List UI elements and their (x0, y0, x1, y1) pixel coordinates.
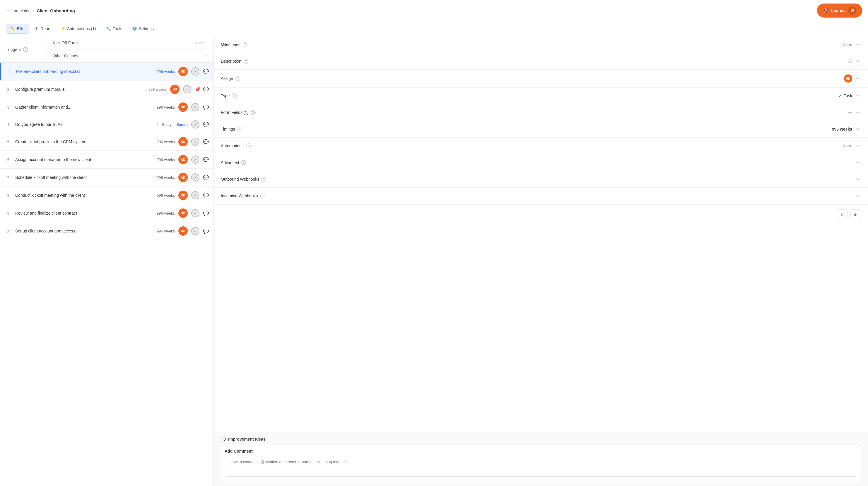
assign-help-icon[interactable]: ? (236, 76, 240, 81)
property-form-fields: Form Fields (1) ? ☰ ✏ (214, 104, 868, 121)
tab-tools[interactable]: 🔧 Tools (102, 24, 127, 34)
comment-icon[interactable]: 💬 (203, 87, 209, 92)
task-check[interactable]: ✓ (191, 191, 199, 199)
task-timing: 996 weeks (157, 140, 175, 144)
incoming-edit-button[interactable]: ✏ (855, 192, 861, 199)
chat-icon: 💬 (221, 437, 226, 442)
tab-read[interactable]: 👁 Read (30, 24, 55, 34)
description-edit-button[interactable]: ✏ (855, 58, 861, 65)
task-check[interactable]: ✓ (191, 138, 199, 146)
form-fields-edit-button[interactable]: ✏ (855, 109, 861, 116)
automations-edit-button[interactable]: ✏ (855, 142, 861, 149)
tab-automations[interactable]: ⚡ Automations (1) (56, 24, 100, 34)
task-row[interactable]: 10 Set up client account and access... 9… (0, 222, 214, 240)
task-name: Assign account manager to the new client (15, 157, 153, 162)
type-edit-button[interactable]: ✏ (855, 92, 861, 99)
breadcrumb: ☆ Templates › Client Onboarding (6, 8, 75, 13)
task-timing: 996 weeks (157, 193, 175, 198)
advanced-edit-button[interactable]: ✏ (855, 159, 861, 166)
task-check[interactable]: ✓ (191, 120, 199, 129)
task-row[interactable]: 3 Gather client information and... 996 w… (0, 98, 214, 116)
task-row[interactable]: 4 Do you agree to our SLA? ⤴ 5 days Gues… (0, 116, 214, 133)
task-row[interactable]: 8 Conduct kickoff meeting with the clien… (0, 187, 214, 204)
task-timing: 996 weeks (157, 158, 175, 162)
task-row[interactable]: 6 Assign account manager to the new clie… (0, 151, 214, 169)
launch-button[interactable]: 🚀 Launch ⏱ (817, 3, 862, 18)
trigger-kickoff[interactable]: Kick Off Form None › (47, 36, 214, 50)
guest-label: Guest (177, 122, 188, 127)
tab-settings[interactable]: ⚙️ Settings (128, 24, 158, 34)
avatar: SD (178, 67, 188, 76)
comment-icon[interactable]: 💬 (203, 122, 209, 127)
avatar: SD (178, 191, 188, 200)
comment-icon[interactable]: 💬 (203, 104, 209, 110)
automations-help-icon[interactable]: ? (246, 143, 251, 148)
form-fields-help-icon[interactable]: ? (251, 110, 256, 115)
automations-icon: ⚡ (60, 26, 65, 31)
outbound-edit-button[interactable]: ✏ (855, 176, 861, 183)
assign-edit-button[interactable]: ✏ (855, 75, 861, 82)
check-icon: ✓ (194, 211, 197, 216)
task-check[interactable]: ✓ (191, 103, 199, 111)
task-name: Do you agree to our SLA? (15, 122, 153, 127)
task-check[interactable]: ✓ (191, 173, 199, 182)
task-check[interactable]: ✓ (191, 67, 199, 75)
property-milestones: Milestones ? None ✏ (214, 36, 868, 53)
task-list: 1 Prepare client onboarding checklist 99… (0, 63, 214, 240)
task-row[interactable]: 7 Schedule kickoff meeting with the clie… (0, 169, 214, 187)
timer-icon: ⏱ (848, 6, 856, 14)
form-fields-list-icon[interactable]: ☰ (848, 110, 852, 115)
comment-icon[interactable]: 💬 (203, 139, 209, 144)
share-icon: ⤴ (157, 122, 159, 127)
property-timings: Timings ? 996 weeks ✏ (214, 121, 868, 138)
star-icon: ☆ (6, 8, 10, 13)
comment-icon[interactable]: 💬 (203, 69, 209, 74)
task-type-icon: ✔ (838, 93, 842, 99)
type-help-icon[interactable]: ? (232, 93, 237, 98)
milestones-help-icon[interactable]: ? (243, 42, 247, 47)
left-panel: Triggers ? Kick Off Form None › (0, 36, 214, 486)
task-row[interactable]: 1 Prepare client onboarding checklist 99… (0, 63, 214, 80)
timings-label: Timings (221, 127, 235, 131)
comment-icon[interactable]: 💬 (203, 157, 209, 162)
task-check[interactable]: ✓ (191, 209, 199, 217)
description-help-icon[interactable]: ? (244, 59, 248, 64)
timings-edit-button[interactable]: ✏ (855, 126, 861, 133)
property-assign: Assign ? SD ✏ (214, 70, 868, 88)
tab-read-label: Read (40, 26, 50, 31)
trigger-other[interactable]: Other Options › (47, 50, 214, 62)
comment-icon[interactable]: 💬 (203, 228, 209, 234)
tools-icon: 🔧 (106, 26, 111, 31)
outbound-help-icon[interactable]: ? (261, 177, 266, 182)
pin-icon[interactable]: 📌 (195, 87, 200, 92)
task-row[interactable]: 5 Create client profile in the CRM syste… (0, 133, 214, 151)
task-num: 2 (5, 87, 12, 92)
comment-icon[interactable]: 💬 (203, 193, 209, 198)
tab-automations-label: Automations (1) (67, 26, 96, 31)
task-name: Review and finalize client contract (15, 211, 153, 216)
advanced-help-icon[interactable]: ? (241, 160, 246, 165)
templates-link[interactable]: ☆ Templates (6, 8, 30, 13)
settings-icon: ⚙️ (132, 26, 137, 31)
assign-label: Assign (221, 76, 233, 81)
task-timing: 996 weeks (157, 229, 175, 233)
triggers-help-icon[interactable]: ? (23, 47, 28, 52)
tab-edit[interactable]: ✏️ Edit (6, 24, 29, 34)
avatar: SD (178, 208, 188, 218)
task-row[interactable]: 2 Configure premium module 996 weeks SD … (0, 80, 214, 98)
task-check[interactable]: ✓ (191, 156, 199, 164)
comment-icon[interactable]: 💬 (203, 210, 209, 216)
delete-button[interactable]: 🗑 (850, 209, 861, 220)
duplicate-button[interactable]: ⧉ (837, 209, 847, 220)
timings-help-icon[interactable]: ? (238, 127, 242, 131)
milestones-label: Milestones (221, 42, 241, 47)
task-check[interactable]: ✓ (183, 85, 191, 93)
trigger-other-label: Other Options (53, 54, 78, 58)
milestones-edit-button[interactable]: ✏ (855, 41, 861, 48)
comment-input[interactable] (225, 456, 857, 477)
comment-icon[interactable]: 💬 (203, 175, 209, 180)
incoming-help-icon[interactable]: ? (260, 194, 265, 198)
task-check[interactable]: ✓ (191, 227, 199, 235)
description-list-icon[interactable]: ☰ (848, 59, 852, 64)
task-row[interactable]: 9 Review and finalize client contract 99… (0, 204, 214, 222)
